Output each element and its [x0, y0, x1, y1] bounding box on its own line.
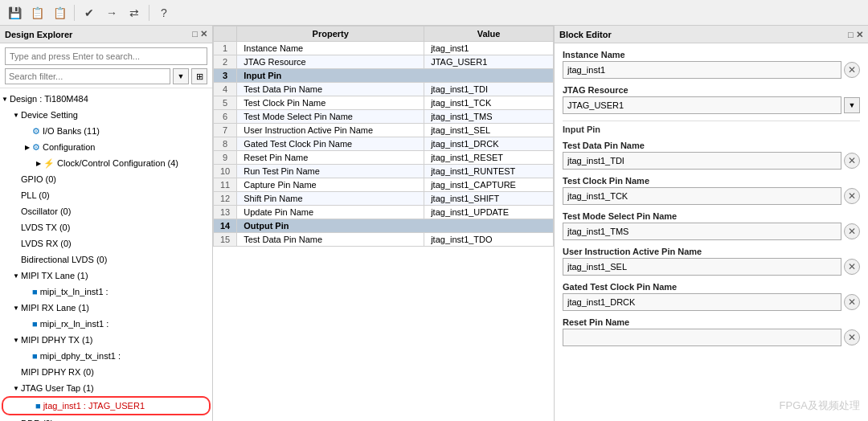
tree-item-jtag-user-tap[interactable]: ▼JTAG User Tap (1) — [0, 380, 212, 396]
tree-item-mipi-tx-inst[interactable]: ■mipi_tx_ln_inst1 : — [0, 284, 212, 300]
field-group-user-instr-pin: User Instruction Active Pin Name✕ — [563, 247, 860, 276]
row-property: Shift Pin Name — [237, 192, 424, 206]
search-input[interactable] — [5, 47, 207, 65]
tree-toggle-mipi-tx[interactable]: ▼ — [11, 271, 21, 280]
tree-item-lvds-rx[interactable]: LVDS RX (0) — [0, 235, 212, 251]
design-tree: ▼Design : Ti180M484▼Device Setting⚙I/O B… — [0, 88, 212, 421]
tree-item-mipi-tx[interactable]: ▼MIPI TX Lane (1) — [0, 268, 212, 284]
toolbar-help-btn[interactable]: ? — [154, 3, 174, 22]
tree-toggle-mipi-dphy-tx[interactable]: ▼ — [11, 335, 21, 345]
field-clear-btn-test-data-pin[interactable]: ✕ — [844, 153, 860, 169]
toolbar-check-btn[interactable]: ✔ — [80, 3, 99, 22]
row-property: Input Pin — [237, 69, 554, 83]
block-editor-close-btn[interactable]: ✕ — [856, 30, 863, 39]
tree-item-clock-control[interactable]: ▶⚡Clock/Control Configuration (4) — [0, 155, 212, 171]
tree-toggle-jtag-inst[interactable] — [26, 401, 35, 411]
field-clear-btn-gated-clock-pin[interactable]: ✕ — [844, 294, 860, 310]
toolbar-save-btn[interactable]: 💾 — [5, 3, 24, 22]
field-input-test-mode-pin[interactable] — [563, 223, 841, 240]
tree-item-mipi-dphy-tx-inst[interactable]: ■mipi_dphy_tx_inst1 : — [0, 348, 212, 364]
tree-item-configuration[interactable]: ▶⚙Configuration — [0, 139, 212, 155]
toolbar-arrow-btn[interactable]: → — [102, 3, 121, 22]
tree-item-design[interactable]: ▼Design : Ti180M484 — [0, 91, 212, 107]
row-property: Capture Pin Name — [237, 178, 424, 192]
filter-input[interactable] — [5, 68, 170, 84]
design-explorer-header: Design Explorer □ ✕ — [0, 26, 212, 43]
tree-toggle-clock-control[interactable]: ▶ — [34, 158, 43, 168]
tree-toggle-io-banks[interactable] — [23, 126, 32, 136]
table-row: 13Update Pin Namejtag_inst1_UPDATE — [214, 206, 554, 219]
tree-item-bidirectional-lvds[interactable]: Bidirectional LVDS (0) — [0, 251, 212, 268]
tree-label-mipi-dphy-rx: MIPI DPHY RX (0) — [21, 367, 94, 377]
tree-item-io-banks[interactable]: ⚙I/O Banks (11) — [0, 123, 212, 139]
field-input-test-clock-pin[interactable] — [563, 187, 841, 205]
toolbar-exchange-btn[interactable]: ⇄ — [125, 3, 144, 22]
tree-item-ddr[interactable]: DDR (0) — [0, 415, 212, 421]
row-value: jtag_inst1_DRCK — [424, 137, 554, 151]
field-input-test-data-pin[interactable] — [563, 152, 841, 170]
tree-item-mipi-dphy-tx[interactable]: ▼MIPI DPHY TX (1) — [0, 332, 212, 348]
row-value: jtag_inst1_CAPTURE — [424, 178, 554, 192]
field-input-gated-clock-pin[interactable] — [563, 293, 841, 311]
tree-icon-configuration: ⚙ — [32, 142, 40, 153]
tree-item-device-setting[interactable]: ▼Device Setting — [0, 107, 212, 123]
row-property: Test Data Pin Name — [237, 83, 424, 96]
tree-toggle-pll[interactable] — [11, 190, 21, 200]
tree-toggle-lvds-tx[interactable] — [11, 223, 21, 232]
tree-toggle-design[interactable]: ▼ — [0, 94, 10, 104]
block-editor-restore-btn[interactable]: □ — [848, 30, 854, 39]
field-label-instance-name: Instance Name — [563, 50, 860, 59]
tree-toggle-mipi-tx-inst[interactable] — [23, 287, 32, 296]
tree-toggle-mipi-rx-inst[interactable] — [23, 319, 32, 329]
tree-toggle-configuration[interactable]: ▶ — [23, 142, 32, 152]
tree-item-lvds-tx[interactable]: LVDS TX (0) — [0, 219, 212, 235]
design-explorer-close-btn[interactable]: ✕ — [200, 29, 207, 39]
field-input-user-instr-pin[interactable] — [563, 258, 841, 276]
tree-item-mipi-rx-inst[interactable]: ■mipi_rx_ln_inst1 : — [0, 316, 212, 332]
toolbar-copy-btn[interactable]: 📋 — [27, 3, 47, 22]
row-value: jtag_inst1_TDO — [424, 233, 554, 247]
field-clear-btn-test-mode-pin[interactable]: ✕ — [844, 223, 860, 239]
row-value: jtag_inst1_SHIFT — [424, 192, 554, 206]
toolbar-paste-btn[interactable]: 📋 — [50, 3, 69, 22]
field-clear-btn-instance-name[interactable]: ✕ — [844, 62, 860, 78]
field-group-test-data-pin: Test Data Pin Name✕ — [563, 141, 860, 170]
tree-toggle-device-setting[interactable]: ▼ — [11, 110, 21, 120]
design-explorer-restore-btn[interactable]: □ — [192, 29, 198, 39]
col-property-header: Property — [237, 27, 424, 42]
tree-toggle-lvds-rx[interactable] — [11, 239, 21, 248]
tree-toggle-gpio[interactable] — [11, 174, 21, 184]
row-property: Reset Pin Name — [237, 151, 424, 165]
filter-dropdown-btn[interactable]: ▼ — [173, 68, 189, 84]
tree-label-design: Design : Ti180M484 — [10, 94, 88, 104]
tree-label-mipi-tx-inst: mipi_tx_ln_inst1 : — [40, 287, 108, 296]
filter-funnel-btn[interactable]: ⊞ — [191, 68, 207, 84]
field-clear-btn-reset-pin[interactable]: ✕ — [844, 329, 860, 345]
table-row: 12Shift Pin Namejtag_inst1_SHIFT — [214, 192, 554, 206]
field-input-reset-pin[interactable] — [563, 329, 841, 346]
tree-toggle-mipi-dphy-tx-inst[interactable] — [23, 351, 32, 361]
tree-item-gpio[interactable]: GPIO (0) — [0, 171, 212, 187]
tree-toggle-bidirectional-lvds[interactable] — [11, 255, 21, 264]
table-row: 10Run Test Pin Namejtag_inst1_RUNTEST — [214, 165, 554, 178]
tree-toggle-jtag-user-tap[interactable]: ▼ — [11, 383, 21, 393]
tree-icon-clock-control: ⚡ — [43, 158, 55, 169]
row-property: Gated Test Clock Pin Name — [237, 137, 424, 151]
field-clear-btn-user-instr-pin[interactable]: ✕ — [844, 259, 860, 275]
tree-item-mipi-dphy-rx[interactable]: MIPI DPHY RX (0) — [0, 364, 212, 380]
tree-item-oscillator[interactable]: Oscillator (0) — [0, 203, 212, 219]
field-dropdown-input-jtag-resource[interactable] — [563, 96, 841, 114]
dropdown-arrow-jtag-resource[interactable]: ▼ — [844, 97, 860, 113]
field-clear-btn-test-clock-pin[interactable]: ✕ — [844, 188, 860, 204]
field-input-instance-name[interactable] — [563, 61, 841, 79]
tree-item-jtag-inst[interactable]: ■jtag_inst1 : JTAG_USER1 — [2, 396, 211, 415]
table-row: 1Instance Namejtag_inst1 — [214, 42, 554, 55]
tree-toggle-mipi-rx[interactable]: ▼ — [11, 303, 21, 313]
field-label-gated-clock-pin: Gated Test Clock Pin Name — [563, 282, 860, 292]
row-property: User Instruction Active Pin Name — [237, 124, 424, 137]
field-input-row-reset-pin: ✕ — [563, 329, 860, 346]
tree-toggle-mipi-dphy-rx[interactable] — [11, 367, 21, 377]
tree-toggle-oscillator[interactable] — [11, 206, 21, 216]
tree-item-mipi-rx[interactable]: ▼MIPI RX Lane (1) — [0, 300, 212, 316]
tree-item-pll[interactable]: PLL (0) — [0, 187, 212, 203]
